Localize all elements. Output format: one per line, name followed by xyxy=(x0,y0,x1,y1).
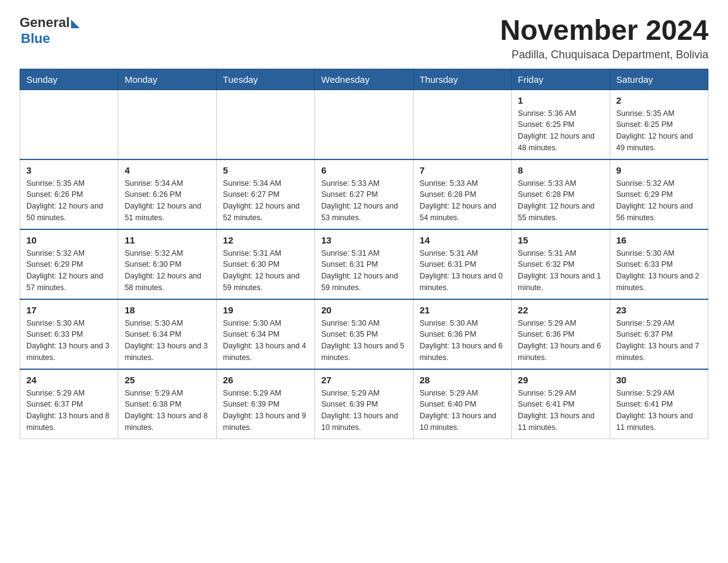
calendar-title: November 2024 xyxy=(500,15,708,46)
cell-day-number: 7 xyxy=(420,165,505,175)
calendar-cell: 25Sunrise: 5:29 AM Sunset: 6:38 PM Dayli… xyxy=(118,369,216,439)
header-monday: Monday xyxy=(118,69,216,90)
cell-sun-info: Sunrise: 5:35 AM Sunset: 6:26 PM Dayligh… xyxy=(26,178,112,224)
cell-day-number: 16 xyxy=(616,235,702,245)
cell-sun-info: Sunrise: 5:32 AM Sunset: 6:29 PM Dayligh… xyxy=(26,248,112,294)
calendar-cell: 30Sunrise: 5:29 AM Sunset: 6:41 PM Dayli… xyxy=(610,369,708,439)
calendar-cell: 11Sunrise: 5:32 AM Sunset: 6:30 PM Dayli… xyxy=(118,229,216,299)
logo-blue: Blue xyxy=(21,31,80,47)
cell-day-number: 29 xyxy=(518,375,603,385)
calendar-week-2: 3Sunrise: 5:35 AM Sunset: 6:26 PM Daylig… xyxy=(20,159,708,229)
cell-sun-info: Sunrise: 5:33 AM Sunset: 6:28 PM Dayligh… xyxy=(518,178,603,224)
calendar-cell: 15Sunrise: 5:31 AM Sunset: 6:32 PM Dayli… xyxy=(512,229,610,299)
cell-sun-info: Sunrise: 5:29 AM Sunset: 6:36 PM Dayligh… xyxy=(518,318,603,364)
calendar-cell: 27Sunrise: 5:29 AM Sunset: 6:39 PM Dayli… xyxy=(315,369,413,439)
header-wednesday: Wednesday xyxy=(315,69,413,90)
calendar-cell: 22Sunrise: 5:29 AM Sunset: 6:36 PM Dayli… xyxy=(512,299,610,369)
cell-day-number: 10 xyxy=(26,235,112,245)
calendar-cell: 5Sunrise: 5:34 AM Sunset: 6:27 PM Daylig… xyxy=(216,159,314,229)
cell-sun-info: Sunrise: 5:31 AM Sunset: 6:30 PM Dayligh… xyxy=(223,248,308,294)
header-saturday: Saturday xyxy=(610,69,708,90)
calendar-cell: 6Sunrise: 5:33 AM Sunset: 6:27 PM Daylig… xyxy=(315,159,413,229)
calendar-cell xyxy=(118,90,216,159)
cell-sun-info: Sunrise: 5:30 AM Sunset: 6:34 PM Dayligh… xyxy=(223,318,308,364)
page-header: General Blue November 2024 Padilla, Chuq… xyxy=(20,15,708,61)
calendar-header-row: SundayMondayTuesdayWednesdayThursdayFrid… xyxy=(20,69,708,90)
calendar-cell: 4Sunrise: 5:34 AM Sunset: 6:26 PM Daylig… xyxy=(118,159,216,229)
calendar-week-3: 10Sunrise: 5:32 AM Sunset: 6:29 PM Dayli… xyxy=(20,229,708,299)
cell-sun-info: Sunrise: 5:29 AM Sunset: 6:38 PM Dayligh… xyxy=(124,388,210,434)
calendar-cell: 23Sunrise: 5:29 AM Sunset: 6:37 PM Dayli… xyxy=(610,299,708,369)
cell-sun-info: Sunrise: 5:30 AM Sunset: 6:34 PM Dayligh… xyxy=(124,318,210,364)
cell-day-number: 23 xyxy=(616,305,702,315)
calendar-cell xyxy=(315,90,413,159)
cell-sun-info: Sunrise: 5:29 AM Sunset: 6:37 PM Dayligh… xyxy=(616,318,702,364)
calendar-cell: 26Sunrise: 5:29 AM Sunset: 6:39 PM Dayli… xyxy=(216,369,314,439)
calendar-cell xyxy=(20,90,118,159)
cell-sun-info: Sunrise: 5:31 AM Sunset: 6:31 PM Dayligh… xyxy=(420,248,505,294)
cell-day-number: 22 xyxy=(518,305,603,315)
cell-sun-info: Sunrise: 5:29 AM Sunset: 6:41 PM Dayligh… xyxy=(518,388,603,434)
cell-sun-info: Sunrise: 5:30 AM Sunset: 6:36 PM Dayligh… xyxy=(420,318,505,364)
logo: General Blue xyxy=(20,15,80,47)
cell-day-number: 5 xyxy=(223,165,308,175)
cell-sun-info: Sunrise: 5:35 AM Sunset: 6:25 PM Dayligh… xyxy=(616,108,702,154)
calendar-week-1: 1Sunrise: 5:36 AM Sunset: 6:25 PM Daylig… xyxy=(20,90,708,159)
cell-day-number: 4 xyxy=(124,165,210,175)
cell-sun-info: Sunrise: 5:34 AM Sunset: 6:26 PM Dayligh… xyxy=(124,178,210,224)
calendar-cell: 7Sunrise: 5:33 AM Sunset: 6:28 PM Daylig… xyxy=(413,159,511,229)
header-sunday: Sunday xyxy=(20,69,118,90)
cell-sun-info: Sunrise: 5:34 AM Sunset: 6:27 PM Dayligh… xyxy=(223,178,308,224)
cell-sun-info: Sunrise: 5:30 AM Sunset: 6:33 PM Dayligh… xyxy=(616,248,702,294)
cell-day-number: 20 xyxy=(321,305,406,315)
cell-day-number: 21 xyxy=(420,305,505,315)
cell-sun-info: Sunrise: 5:29 AM Sunset: 6:37 PM Dayligh… xyxy=(26,388,112,434)
cell-sun-info: Sunrise: 5:29 AM Sunset: 6:40 PM Dayligh… xyxy=(420,388,505,434)
calendar-cell: 17Sunrise: 5:30 AM Sunset: 6:33 PM Dayli… xyxy=(20,299,118,369)
cell-day-number: 19 xyxy=(223,305,308,315)
calendar-cell: 29Sunrise: 5:29 AM Sunset: 6:41 PM Dayli… xyxy=(512,369,610,439)
cell-day-number: 18 xyxy=(124,305,210,315)
cell-day-number: 8 xyxy=(518,165,603,175)
calendar-cell xyxy=(413,90,511,159)
cell-day-number: 9 xyxy=(616,165,702,175)
calendar-cell: 18Sunrise: 5:30 AM Sunset: 6:34 PM Dayli… xyxy=(118,299,216,369)
cell-day-number: 12 xyxy=(223,235,308,245)
cell-day-number: 2 xyxy=(616,95,702,105)
cell-day-number: 15 xyxy=(518,235,603,245)
calendar-cell: 9Sunrise: 5:32 AM Sunset: 6:29 PM Daylig… xyxy=(610,159,708,229)
cell-day-number: 3 xyxy=(26,165,112,175)
calendar-cell xyxy=(216,90,314,159)
cell-sun-info: Sunrise: 5:31 AM Sunset: 6:32 PM Dayligh… xyxy=(518,248,603,294)
cell-day-number: 28 xyxy=(420,375,505,385)
header-tuesday: Tuesday xyxy=(216,69,314,90)
logo-general: General xyxy=(20,15,70,31)
cell-day-number: 24 xyxy=(26,375,112,385)
cell-day-number: 27 xyxy=(321,375,406,385)
calendar-week-5: 24Sunrise: 5:29 AM Sunset: 6:37 PM Dayli… xyxy=(20,369,708,439)
calendar-cell: 8Sunrise: 5:33 AM Sunset: 6:28 PM Daylig… xyxy=(512,159,610,229)
calendar-cell: 1Sunrise: 5:36 AM Sunset: 6:25 PM Daylig… xyxy=(512,90,610,159)
cell-day-number: 13 xyxy=(321,235,406,245)
calendar-cell: 20Sunrise: 5:30 AM Sunset: 6:35 PM Dayli… xyxy=(315,299,413,369)
cell-day-number: 1 xyxy=(518,95,603,105)
cell-day-number: 25 xyxy=(124,375,210,385)
cell-day-number: 11 xyxy=(124,235,210,245)
cell-sun-info: Sunrise: 5:36 AM Sunset: 6:25 PM Dayligh… xyxy=(518,108,603,154)
calendar-table: SundayMondayTuesdayWednesdayThursdayFrid… xyxy=(20,69,708,439)
calendar-cell: 14Sunrise: 5:31 AM Sunset: 6:31 PM Dayli… xyxy=(413,229,511,299)
calendar-cell: 19Sunrise: 5:30 AM Sunset: 6:34 PM Dayli… xyxy=(216,299,314,369)
logo-triangle-icon xyxy=(71,20,80,28)
cell-day-number: 14 xyxy=(420,235,505,245)
header-thursday: Thursday xyxy=(413,69,511,90)
cell-sun-info: Sunrise: 5:30 AM Sunset: 6:33 PM Dayligh… xyxy=(26,318,112,364)
calendar-week-4: 17Sunrise: 5:30 AM Sunset: 6:33 PM Dayli… xyxy=(20,299,708,369)
cell-sun-info: Sunrise: 5:33 AM Sunset: 6:28 PM Dayligh… xyxy=(420,178,505,224)
cell-day-number: 6 xyxy=(321,165,406,175)
cell-sun-info: Sunrise: 5:30 AM Sunset: 6:35 PM Dayligh… xyxy=(321,318,406,364)
title-block: November 2024 Padilla, Chuquisaca Depart… xyxy=(500,15,708,61)
header-friday: Friday xyxy=(512,69,610,90)
calendar-cell: 24Sunrise: 5:29 AM Sunset: 6:37 PM Dayli… xyxy=(20,369,118,439)
calendar-cell: 16Sunrise: 5:30 AM Sunset: 6:33 PM Dayli… xyxy=(610,229,708,299)
calendar-cell: 13Sunrise: 5:31 AM Sunset: 6:31 PM Dayli… xyxy=(315,229,413,299)
